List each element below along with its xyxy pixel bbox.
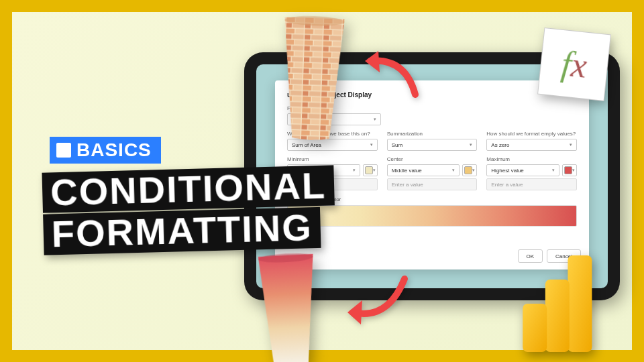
chevron-down-icon: ▾ (373, 168, 376, 173)
arrow-top-icon (358, 44, 425, 105)
svg-rect-7 (568, 255, 592, 352)
center-select[interactable]: Middle value ▾ (387, 164, 460, 176)
chevron-down-icon: ▾ (572, 168, 575, 173)
cup-gradient-icon (243, 251, 335, 362)
placeholder-text: Enter a value (491, 182, 523, 188)
fx-tile-icon: fx (537, 27, 611, 101)
chevron-down-icon: ▾ (472, 168, 475, 173)
center-label: Center (387, 156, 478, 162)
summarization-select[interactable]: Sum ▾ (387, 139, 478, 151)
center-value-input[interactable]: Enter a value (387, 178, 478, 190)
chevron-down-icon: ▾ (370, 142, 373, 147)
svg-rect-9 (523, 304, 547, 352)
summarization-label: Summarization (387, 131, 478, 137)
center-value: Middle value (392, 168, 422, 174)
min-color-select[interactable]: ▾ (363, 164, 378, 176)
placeholder-text: Enter a value (392, 182, 423, 188)
empty-select[interactable]: As zero ▾ (486, 139, 577, 151)
maximum-value: Highest value (491, 168, 523, 174)
field-value: Sum of Area (292, 142, 321, 148)
chevron-down-icon: ▾ (570, 142, 572, 147)
cup-treemap-icon (264, 15, 362, 144)
mid-color-select[interactable]: ▾ (462, 164, 477, 176)
badge-label: BASICS (76, 139, 152, 161)
arrow-bottom-icon (341, 274, 415, 334)
max-color-select[interactable]: ▾ (562, 164, 577, 176)
summarization-value: Sum (392, 142, 402, 148)
title-block: CONDITIONAL FORMATTING (42, 165, 335, 256)
maximum-label: Maximum (486, 156, 577, 162)
cube-icon (56, 143, 71, 158)
thumbnail-canvas: undefined - Object Display ✕ Format styl… (0, 0, 644, 362)
max-swatch-icon (564, 166, 572, 174)
maximum-select[interactable]: Highest value ▾ (486, 164, 559, 176)
outer-frame: undefined - Object Display ✕ Format styl… (0, 0, 644, 362)
min-swatch-icon (365, 166, 373, 174)
svg-rect-8 (545, 280, 570, 352)
chevron-down-icon: ▾ (374, 117, 376, 122)
minimum-label: Minimum (287, 156, 378, 162)
chevron-down-icon: ▾ (353, 168, 356, 173)
chevron-down-icon: ▾ (452, 168, 455, 173)
title-line2: FORMATTING (43, 207, 321, 255)
empty-value: As zero (491, 142, 509, 148)
empty-label: How should we format empty values? (486, 131, 577, 137)
fx-x: x (570, 44, 589, 85)
powerbi-logo-icon (518, 253, 598, 354)
chevron-down-icon: ▾ (470, 142, 472, 147)
mid-swatch-icon (464, 166, 472, 174)
title-line1: CONDITIONAL (42, 165, 334, 213)
basics-badge: BASICS (50, 137, 161, 164)
chevron-down-icon: ▾ (552, 168, 555, 173)
max-value-input[interactable]: Enter a value (486, 178, 577, 190)
